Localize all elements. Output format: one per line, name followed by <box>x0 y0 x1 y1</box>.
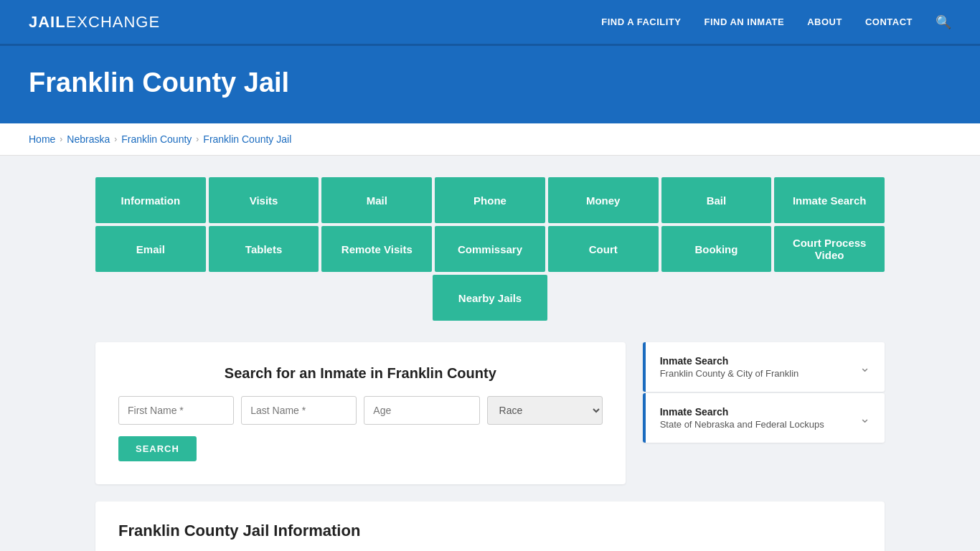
breadcrumb-sep-1: › <box>60 134 62 144</box>
btn-money[interactable]: Money <box>548 177 659 223</box>
btn-remote-visits[interactable]: Remote Visits <box>321 226 432 272</box>
btn-bail[interactable]: Bail <box>661 177 772 223</box>
btn-court-process-video[interactable]: Court Process Video <box>774 226 885 272</box>
lower-section: Search for an Inmate in Franklin County … <box>95 342 885 484</box>
btn-nearby-jails[interactable]: Nearby Jails <box>433 275 547 321</box>
page-title: Franklin County Jail <box>29 67 951 98</box>
nav-find-facility[interactable]: FIND A FACILITY <box>601 17 681 27</box>
sidebar-card-franklin-text: Inmate Search Franklin County & City of … <box>660 355 799 379</box>
search-panel-title: Search for an Inmate in Franklin County <box>118 365 603 382</box>
logo[interactable]: JAIL EXCHANGE <box>29 13 160 32</box>
btn-information[interactable]: Information <box>95 177 206 223</box>
sidebar-card-franklin-title: Inmate Search <box>660 355 799 367</box>
sidebar-card-nebraska-text: Inmate Search State of Nebraska and Fede… <box>660 406 824 430</box>
breadcrumb-nebraska[interactable]: Nebraska <box>67 133 110 145</box>
right-sidebar: Inmate Search Franklin County & City of … <box>643 342 885 484</box>
logo-exchange-text: EXCHANGE <box>66 13 160 32</box>
breadcrumb-sep-2: › <box>114 134 117 144</box>
btn-booking[interactable]: Booking <box>661 226 772 272</box>
age-input[interactable] <box>364 396 479 425</box>
feature-button-grid: Information Visits Mail Phone Money Bail… <box>95 177 885 321</box>
breadcrumb: Home › Nebraska › Franklin County › Fran… <box>0 123 980 156</box>
btn-mail[interactable]: Mail <box>321 177 432 223</box>
btn-court[interactable]: Court <box>548 226 659 272</box>
sidebar-card-nebraska[interactable]: Inmate Search State of Nebraska and Fede… <box>643 393 885 443</box>
logo-jail-text: JAIL <box>29 13 66 32</box>
facility-section-title: Franklin County Jail Information <box>118 522 862 540</box>
breadcrumb-franklin-county[interactable]: Franklin County <box>121 133 192 145</box>
sidebar-card-nebraska-subtitle: State of Nebraska and Federal Lockups <box>660 419 824 430</box>
sidebar-card-franklin-subtitle: Franklin County & City of Franklin <box>660 368 799 379</box>
chevron-down-icon-franklin: ⌄ <box>859 359 870 375</box>
nav-find-inmate[interactable]: FIND AN INMATE <box>704 17 784 27</box>
last-name-input[interactable] <box>241 396 357 425</box>
search-fields: Race White Black Hispanic Asian Other <box>118 396 603 425</box>
search-icon[interactable]: 🔍 <box>936 14 951 30</box>
race-select[interactable]: Race White Black Hispanic Asian Other <box>487 396 603 425</box>
btn-visits[interactable]: Visits <box>209 177 319 223</box>
chevron-down-icon-nebraska: ⌄ <box>859 410 870 426</box>
breadcrumb-home[interactable]: Home <box>29 133 55 145</box>
btn-tablets[interactable]: Tablets <box>209 226 319 272</box>
nav-about[interactable]: ABOUT <box>807 17 842 27</box>
search-button[interactable]: SEARCH <box>118 436 197 461</box>
first-name-input[interactable] <box>118 396 234 425</box>
nav-contact[interactable]: CONTACT <box>865 17 913 27</box>
breadcrumb-current: Franklin County Jail <box>203 133 291 145</box>
main-content: Information Visits Mail Phone Money Bail… <box>0 156 980 551</box>
btn-commissary[interactable]: Commissary <box>435 226 545 272</box>
header: JAIL EXCHANGE FIND A FACILITY FIND AN IN… <box>0 0 980 46</box>
sidebar-card-franklin[interactable]: Inmate Search Franklin County & City of … <box>643 342 885 392</box>
inmate-search-panel: Search for an Inmate in Franklin County … <box>95 342 626 484</box>
btn-phone[interactable]: Phone <box>435 177 545 223</box>
facility-info-section: Franklin County Jail Information <box>95 501 885 551</box>
btn-inmate-search[interactable]: Inmate Search <box>774 177 885 223</box>
main-nav: FIND A FACILITY FIND AN INMATE ABOUT CON… <box>601 14 951 30</box>
hero-banner: Franklin County Jail <box>0 46 980 123</box>
breadcrumb-sep-3: › <box>196 134 199 144</box>
btn-email[interactable]: Email <box>95 226 206 272</box>
sidebar-card-nebraska-title: Inmate Search <box>660 406 824 418</box>
